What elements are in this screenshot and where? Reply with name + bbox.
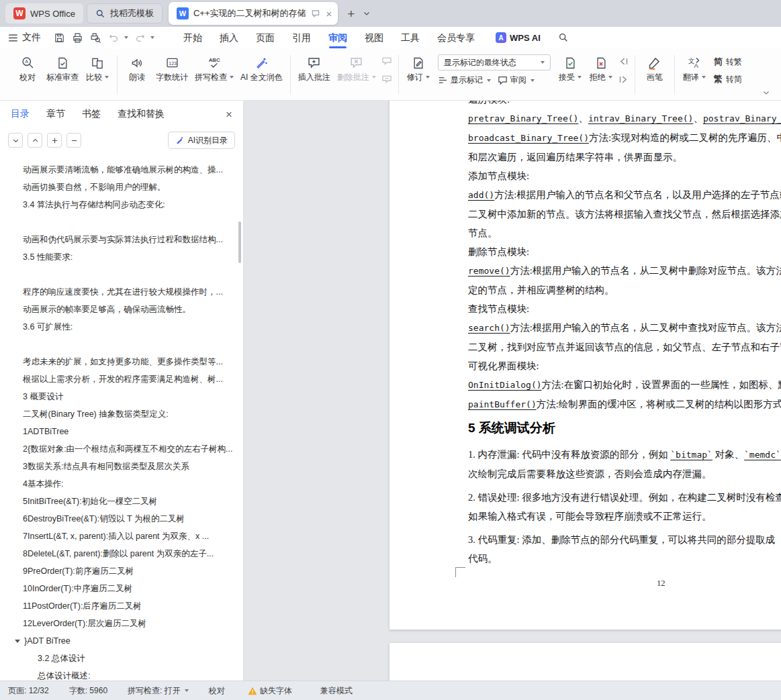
toc-item[interactable]: 5InitBiTree(&T):初始化一棵空二叉树 bbox=[0, 493, 243, 510]
next-change-button[interactable] bbox=[618, 74, 629, 87]
toc-item[interactable]: 3.4 算法执行与存储结构同步动态变化: bbox=[0, 196, 243, 213]
search-button[interactable] bbox=[558, 32, 569, 43]
doc-file-icon: W bbox=[177, 7, 189, 19]
to-simplified-button[interactable]: 繁 转简 bbox=[714, 73, 742, 85]
toc-item[interactable]: 考虑未来的扩展，如支持更多功能、更多操作类型等... bbox=[0, 353, 243, 370]
toc-item[interactable]: 3数据关系:结点具有相同数据类型及层次关系 bbox=[0, 458, 243, 475]
next-document-page[interactable] bbox=[389, 643, 781, 681]
redo-button[interactable] bbox=[131, 30, 154, 46]
close-tab-icon[interactable]: × bbox=[326, 9, 332, 19]
compare-button[interactable]: 比较 bbox=[82, 53, 113, 83]
word-count-button[interactable]: 123 字数统计 bbox=[152, 53, 191, 83]
tab-tools[interactable]: 工具 bbox=[392, 27, 428, 48]
ink-pen-icon bbox=[647, 54, 661, 72]
sidebar-tab-contents[interactable]: 目录 bbox=[11, 108, 30, 120]
toc-item[interactable]: 4基本操作: bbox=[0, 475, 243, 493]
document-page[interactable]: 遍历模块:pretrav_Binary_Tree()、intrav_Binary… bbox=[389, 101, 781, 630]
toc-item[interactable]: 2{数据对象:由一个根结点和两棵互不相交的左右子树构... bbox=[0, 440, 243, 458]
toc-item[interactable]: 动画和伪代码展示要与实际算法执行过程和数据结构... bbox=[0, 231, 243, 248]
toc-collapse-button[interactable] bbox=[28, 133, 42, 148]
margin-corner-mark bbox=[455, 567, 465, 577]
read-aloud-button[interactable]: 朗读 bbox=[122, 53, 152, 83]
spell-check-button[interactable]: ABC 拼写检查 bbox=[191, 53, 237, 83]
proofread-button[interactable]: A 校对 bbox=[12, 53, 43, 83]
spell-check-caret-icon bbox=[230, 76, 234, 79]
toc-item[interactable]: 根据以上需求分析，开发的程序需要满足构造树、树... bbox=[0, 370, 243, 388]
standard-review-button[interactable]: 标准审查 bbox=[43, 53, 82, 83]
toc-item[interactable]: 11PostOrder(T):后序遍历二叉树 bbox=[0, 597, 243, 615]
ink-button[interactable]: 画笔 bbox=[639, 53, 670, 83]
tab-home[interactable]: 开始 bbox=[175, 27, 211, 48]
toc-item[interactable]: 动画切换要自然，不影响用户的理解。 bbox=[0, 179, 243, 196]
tab-wps-office[interactable]: W WPS Office bbox=[5, 3, 83, 23]
toc-item[interactable]: 动画展示要清晰流畅，能够准确地展示树的构造、操... bbox=[0, 161, 243, 179]
insert-comment-button[interactable]: 插入批注 bbox=[295, 53, 334, 83]
toc-item[interactable]: 程序的响应速度要快，尤其在进行较大规模操作时，... bbox=[0, 283, 243, 301]
new-tab-button[interactable]: + bbox=[347, 7, 355, 20]
toc-item[interactable]: 3 概要设计 bbox=[0, 388, 243, 405]
save-button[interactable] bbox=[51, 30, 68, 46]
tab-member[interactable]: 会员专享 bbox=[428, 27, 484, 48]
tab-insert[interactable]: 插入 bbox=[211, 27, 247, 48]
toc-item[interactable]: 12LeverOrder(T):层次遍历二叉树 bbox=[0, 615, 243, 632]
reject-button[interactable]: 拒绝 bbox=[586, 53, 616, 83]
sidebar-tab-find-replace[interactable]: 查找和替换 bbox=[118, 108, 165, 120]
tab-reference[interactable]: 引用 bbox=[283, 27, 320, 48]
track-changes-button[interactable]: 修订 bbox=[403, 53, 434, 83]
ai-recognize-toc-button[interactable]: AI识别目录 bbox=[168, 132, 235, 149]
toc-zoom-out-button[interactable] bbox=[66, 133, 81, 148]
print-preview-button[interactable] bbox=[87, 30, 104, 46]
toc-item[interactable]: 7InsertL(&T, x, parent):插入以 parent 为双亲、x… bbox=[0, 528, 243, 545]
accept-button[interactable]: 接受 bbox=[555, 53, 586, 83]
proofread-status[interactable]: 校对 bbox=[209, 685, 225, 697]
delete-comment-icon bbox=[349, 54, 363, 72]
previous-comment-button[interactable] bbox=[381, 56, 392, 68]
toc-item[interactable]: 3.2 总体设计 bbox=[0, 650, 243, 667]
tab-view[interactable]: 视图 bbox=[356, 27, 392, 48]
toc-expand-button[interactable] bbox=[8, 133, 23, 148]
sidebar-scrollbar[interactable] bbox=[238, 221, 241, 263]
show-markup-button[interactable]: 显示标记 bbox=[438, 74, 491, 86]
tab-page[interactable]: 页面 bbox=[247, 27, 283, 48]
wps-ai-label: WPS AI bbox=[510, 33, 541, 43]
next-comment-button[interactable] bbox=[381, 74, 392, 87]
word-count-indicator[interactable]: 字数: 5960 bbox=[69, 685, 107, 697]
previous-change-button[interactable] bbox=[618, 56, 629, 68]
toc-zoom-in-button[interactable] bbox=[47, 133, 62, 148]
ribbon-collapse-button[interactable] bbox=[762, 89, 770, 97]
review-pane-button[interactable]: 审阅 bbox=[498, 74, 535, 86]
toc-item[interactable]: 6DestroyBiTree(&T):销毁以 T 为根的二叉树 bbox=[0, 510, 243, 528]
toc-item[interactable]: 3.5 性能要求: bbox=[0, 248, 243, 266]
tab-document-active[interactable]: W C++实现的二叉树和树的存储 × bbox=[169, 2, 338, 25]
file-menu-button[interactable]: 文件 bbox=[8, 32, 41, 44]
collapse-arrow-icon[interactable] bbox=[15, 640, 20, 643]
markup-state-select[interactable]: 显示标记的最终状态 bbox=[438, 54, 551, 70]
toc-item[interactable]: 1ADTBiTree bbox=[0, 423, 243, 440]
wps-ai-button[interactable]: A WPS AI bbox=[496, 32, 541, 43]
toc-item[interactable]: 8DeleteL(&T, parent):删除以 parent 为双亲的左子..… bbox=[0, 545, 243, 562]
print-button[interactable] bbox=[69, 30, 86, 46]
toc-item[interactable]: 动画展示的帧率要足够高，确保动画流畅性。 bbox=[0, 301, 243, 318]
toc-item bbox=[0, 213, 243, 231]
toc-item[interactable]: 3.6 可扩展性: bbox=[0, 318, 243, 336]
to-traditional-button[interactable]: 简 转繁 bbox=[714, 56, 742, 68]
toc-item[interactable]: 总体设计概述: bbox=[0, 667, 243, 681]
tab-review[interactable]: 审阅 bbox=[320, 27, 356, 48]
sidebar-tab-chapters[interactable]: 章节 bbox=[46, 108, 65, 120]
tab-template-store[interactable]: 找稻壳模板 bbox=[87, 3, 163, 23]
undo-button[interactable] bbox=[105, 30, 128, 46]
ai-polish-button[interactable]: AI 全文润色 bbox=[237, 53, 286, 83]
page-indicator[interactable]: 页面: 12/32 bbox=[8, 685, 49, 697]
toc-item[interactable]: }ADT BiTree bbox=[0, 632, 243, 650]
spell-check-status[interactable]: 拼写检查: 打开 bbox=[128, 685, 189, 697]
missing-font-warning[interactable]: 缺失字体 bbox=[248, 685, 292, 697]
sidebar-close-icon[interactable]: × bbox=[226, 109, 232, 120]
delete-comment-button[interactable]: 删除批注 bbox=[334, 53, 379, 83]
toc-item[interactable]: 10InOrder(T):中序遍历二叉树 bbox=[0, 580, 243, 597]
sidebar-tab-bookmarks[interactable]: 书签 bbox=[82, 108, 101, 120]
chevron-down-icon bbox=[12, 137, 19, 144]
translate-button[interactable]: 文A 翻译 bbox=[679, 53, 710, 83]
toc-item[interactable]: 二叉树(Binary Tree) 抽象数据类型定义: bbox=[0, 405, 243, 423]
toc-item[interactable]: 9PreOrder(T):前序遍历二叉树 bbox=[0, 562, 243, 580]
tab-list-caret-icon[interactable] bbox=[363, 9, 371, 17]
